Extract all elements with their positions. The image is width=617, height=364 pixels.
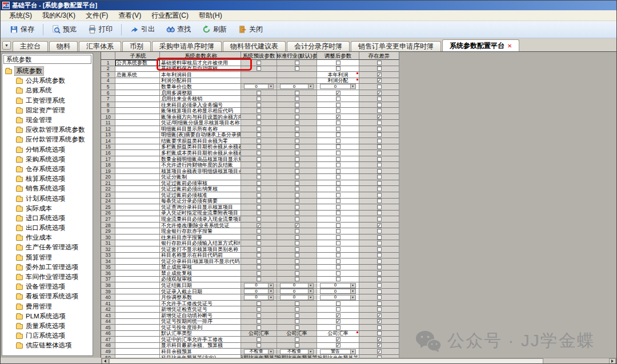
param-checkbox[interactable] bbox=[377, 259, 382, 264]
dropdown-arrow-icon[interactable]: ▼ bbox=[268, 289, 273, 293]
param-checkbox[interactable] bbox=[377, 283, 382, 288]
param-checkbox[interactable] bbox=[336, 60, 340, 65]
param-checkbox[interactable] bbox=[336, 66, 340, 71]
param-name-cell[interactable]: 本年利润科目 bbox=[160, 72, 241, 78]
row-number-cell[interactable]: 31 bbox=[101, 240, 115, 246]
param-checkbox[interactable] bbox=[257, 271, 261, 276]
tree-item-总账系统[interactable]: 总账系统 bbox=[2, 86, 93, 95]
param-checkbox[interactable]: ✓ bbox=[336, 319, 340, 323]
menu-item[interactable]: 行业配置(C) bbox=[146, 10, 194, 21]
param-checkbox[interactable] bbox=[336, 259, 340, 264]
row-number-cell[interactable]: 34 bbox=[101, 258, 115, 265]
param-checkbox[interactable]: ✓ bbox=[377, 349, 382, 354]
param-checkbox[interactable] bbox=[377, 66, 382, 71]
param-checkbox[interactable] bbox=[377, 144, 382, 149]
param-checkbox[interactable] bbox=[336, 229, 340, 233]
row-number-cell[interactable]: 40 bbox=[101, 294, 115, 301]
tree-item-应付款管理系统参数[interactable]: 应付款管理系统参数 bbox=[2, 135, 93, 144]
dropdown-arrow-icon[interactable]: ▼ bbox=[308, 84, 313, 88]
subsystem-cell[interactable] bbox=[115, 265, 160, 271]
param-checkbox[interactable]: ✓ bbox=[377, 319, 382, 323]
param-name-cell[interactable]: 凭证录入截止日期 bbox=[160, 289, 241, 295]
subsystem-cell[interactable] bbox=[115, 150, 160, 156]
row-number-cell[interactable]: 4 bbox=[101, 78, 115, 84]
param-name-cell[interactable]: 凭证过账前必须核准 bbox=[160, 192, 241, 199]
row-number-cell[interactable]: 44 bbox=[101, 319, 115, 325]
param-checkbox[interactable] bbox=[336, 247, 340, 252]
scroll-left-arrow-icon[interactable] bbox=[102, 358, 109, 364]
param-checkbox[interactable] bbox=[336, 241, 340, 245]
tree-item-车间作业管理选项[interactable]: 车间作业管理选项 bbox=[2, 272, 93, 282]
param-name-cell[interactable]: 现金银行存款赤字报警 bbox=[160, 228, 241, 234]
tree-item-实际成本[interactable]: 实际成本 bbox=[2, 204, 93, 213]
row-number-cell[interactable]: 25 bbox=[101, 204, 115, 211]
tree-item-固定资产管理[interactable]: 固定资产管理 bbox=[2, 106, 93, 115]
subsystem-cell[interactable] bbox=[115, 240, 160, 246]
tree-item-委外加工管理选项[interactable]: 委外加工管理选项 bbox=[2, 262, 93, 272]
subsystem-cell[interactable] bbox=[115, 306, 160, 313]
row-number-cell[interactable]: 12 bbox=[101, 126, 115, 132]
param-checkbox[interactable] bbox=[295, 247, 299, 252]
menu-item[interactable]: 查看(V) bbox=[113, 10, 146, 21]
tree-item-费用管理[interactable]: 费用管理 bbox=[2, 302, 93, 312]
param-checkbox[interactable] bbox=[257, 91, 261, 95]
subsystem-cell[interactable] bbox=[115, 319, 160, 325]
subsystem-cell[interactable] bbox=[115, 294, 160, 301]
subsystem-cell[interactable] bbox=[115, 204, 160, 211]
param-checkbox[interactable] bbox=[257, 139, 261, 143]
param-checkbox[interactable] bbox=[257, 157, 261, 161]
param-checkbox[interactable] bbox=[257, 108, 261, 113]
param-checkbox[interactable] bbox=[295, 217, 299, 221]
row-number-cell[interactable]: 11 bbox=[101, 120, 115, 126]
dropdown-arrow-icon[interactable]: ▼ bbox=[308, 350, 313, 354]
row-number-cell[interactable]: 14 bbox=[101, 138, 115, 144]
subsystem-cell[interactable] bbox=[115, 277, 160, 283]
param-checkbox[interactable] bbox=[377, 193, 382, 197]
tree-item-质量系统选项[interactable]: 质量系统选项 bbox=[2, 321, 93, 331]
param-checkbox[interactable]: ✓ bbox=[336, 91, 340, 95]
subsystem-cell[interactable] bbox=[115, 156, 160, 163]
param-checkbox[interactable] bbox=[377, 301, 382, 306]
param-checkbox[interactable] bbox=[257, 115, 261, 119]
subsystem-cell[interactable] bbox=[115, 114, 160, 120]
param-name-cell[interactable]: 显示科目最新余额、预算额 bbox=[160, 343, 241, 349]
param-checkbox[interactable] bbox=[295, 271, 299, 276]
export-button[interactable]: 引出 bbox=[125, 22, 161, 37]
param-name-cell[interactable]: 数量单价位数 bbox=[160, 84, 241, 90]
menu-item[interactable]: 帮助(H) bbox=[194, 10, 227, 21]
subsystem-cell[interactable] bbox=[115, 108, 160, 114]
subsystem-cell[interactable] bbox=[115, 234, 160, 241]
param-checkbox[interactable] bbox=[336, 211, 340, 215]
param-name-cell[interactable]: 明细账科目显示所有名称 bbox=[160, 126, 241, 132]
subsystem-cell[interactable] bbox=[115, 313, 160, 319]
param-name-cell[interactable]: 账簿核算项目名称显示相应代码 bbox=[160, 108, 241, 114]
param-checkbox[interactable] bbox=[295, 205, 299, 209]
row-number-cell[interactable]: 15 bbox=[101, 144, 115, 151]
row-number-cell[interactable]: 47 bbox=[101, 337, 115, 343]
param-checkbox[interactable] bbox=[295, 91, 299, 95]
row-number-cell[interactable]: 30 bbox=[101, 234, 115, 241]
row-number-cell[interactable]: 2 bbox=[101, 66, 115, 72]
param-checkbox[interactable] bbox=[295, 60, 299, 65]
param-name-cell[interactable]: 启用往来业务核销 bbox=[160, 96, 241, 102]
subsystem-cell[interactable]: 公共系统参数 bbox=[115, 60, 160, 66]
param-checkbox[interactable] bbox=[295, 211, 299, 215]
subsystem-cell[interactable] bbox=[115, 120, 160, 126]
param-name-cell[interactable]: 凭证过账前必须出纳复核 bbox=[160, 186, 241, 192]
param-checkbox[interactable] bbox=[377, 247, 382, 252]
tree-item-门店系统选项[interactable]: 门店系统选项 bbox=[2, 331, 93, 341]
tree-root-item[interactable]: 系统参数 bbox=[2, 66, 93, 76]
param-checkbox[interactable] bbox=[295, 108, 299, 113]
save-button[interactable]: 保存 bbox=[4, 22, 40, 37]
row-number-cell[interactable]: 42 bbox=[101, 306, 115, 313]
param-dropdown[interactable]: 0▼ bbox=[280, 84, 314, 89]
subsystem-cell[interactable] bbox=[115, 349, 160, 355]
tab-overflow-button[interactable]: ▼ bbox=[2, 41, 11, 50]
tab-close-icon[interactable]: ✕ bbox=[507, 43, 512, 49]
param-checkbox[interactable] bbox=[295, 163, 299, 167]
param-checkbox[interactable] bbox=[295, 115, 299, 119]
row-number-cell[interactable]: 16 bbox=[101, 150, 115, 156]
param-checkbox[interactable] bbox=[336, 199, 340, 203]
param-checkbox[interactable] bbox=[295, 241, 299, 245]
param-name-cell[interactable]: 多栏账损益类科目期初余额从余额表 bbox=[160, 144, 241, 151]
